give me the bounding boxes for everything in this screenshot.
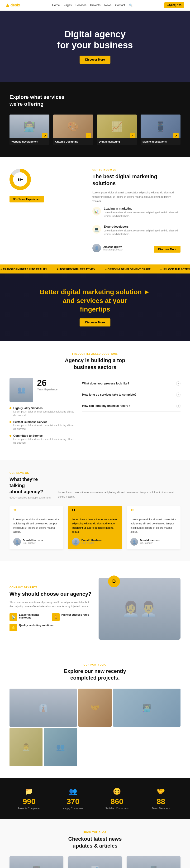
quote-mark-2: " — [72, 510, 118, 515]
testimonial-card-1: " Lorem ipsum dolor sit amet consectetur… — [9, 506, 63, 549]
nav-pages[interactable]: Pages — [64, 4, 72, 7]
ticker-bar: ✦ TRANSFORM IDEAS INTO REALITY ✦ INSPIRE… — [0, 265, 190, 274]
portfolio-item-1[interactable]: 👔 — [9, 689, 77, 726]
nav-phone[interactable]: +1(800) 123 — [164, 2, 184, 8]
portfolio-img-5: 👥 — [44, 728, 77, 766]
stat-item-4: 🤝 88 Team Members — [141, 787, 181, 810]
t-info-3: Donald Hardson Co-Founder — [140, 539, 160, 545]
exp-number: 26 — [37, 378, 58, 388]
stat-item-2: 👥 370 Happy Customers — [54, 787, 93, 810]
portfolio-img-4: 👨‍💼 — [9, 728, 42, 766]
banner-cta-button[interactable]: Discover More — [80, 318, 111, 327]
blog-grid: 👩‍💻 Tech Five ways that can develop your… — [9, 856, 181, 868]
service-icon-2: ↗ — [86, 133, 91, 138]
blog-card-2[interactable]: 📊 Design Five ways that can develop your… — [68, 856, 122, 868]
nav-news[interactable]: News — [104, 4, 112, 7]
stat-label-4: Team Members — [141, 807, 181, 810]
faq-question-3[interactable]: How can I find my financial record? + — [82, 404, 181, 408]
benefit-text-1: Leader in digital marketing — [19, 613, 49, 619]
hero-cta-button[interactable]: Discover More — [80, 56, 111, 64]
nav-links: Home Pages Services Projects News Contac… — [52, 4, 132, 7]
portfolio-item-4[interactable]: 👨‍💼 — [9, 728, 42, 766]
faq-toggle-1[interactable]: + — [176, 381, 181, 385]
why-benefits: 📡 Leader in digital marketing 🏆 Highest … — [9, 613, 91, 631]
t-avatar-1: 👤 — [13, 538, 21, 546]
benefit-item-2: 🏆 Highest success rates — [52, 613, 92, 621]
quote-mark-3: " — [130, 510, 177, 515]
agency-grid: 👥 26 Years Experience High Quality Servi… — [9, 378, 181, 448]
benefit-text-2: Highest success rates — [62, 613, 89, 616]
benefit-text-3: Quality marketing solutions — [19, 624, 54, 627]
brand-name: desix — [10, 3, 20, 7]
nav-search-icon[interactable]: 🔍 — [129, 4, 132, 7]
service-list-content-1: High Quality Services Lorem ipsum dolor … — [13, 407, 75, 417]
portfolio-item-5[interactable]: 👥 — [44, 728, 77, 766]
t-avatar-3: 👤 — [130, 538, 138, 546]
talking-header: OUR REVIEWS What they're talking about a… — [9, 472, 181, 499]
service-list-content-3: Committed to Service Lorem ipsum dolor s… — [13, 434, 75, 444]
nav-projects[interactable]: Projects — [90, 4, 100, 7]
service-list-item-1: High Quality Services Lorem ipsum dolor … — [9, 407, 75, 417]
agency-left: 👥 26 Years Experience High Quality Servi… — [9, 378, 75, 448]
nav-contact[interactable]: Contact — [115, 4, 125, 7]
stat-item-3: 😊 860 Satisfied Customers — [97, 787, 136, 810]
service-dot-2 — [9, 421, 11, 423]
portfolio-img-1: 👔 — [9, 689, 77, 726]
nav-services[interactable]: Services — [75, 4, 87, 7]
agency-exp: 👥 26 Years Experience — [9, 378, 75, 402]
service-card-4[interactable]: 📱 Mobile applications ↗ — [140, 115, 181, 145]
testimonials-section: OUR REVIEWS What they're talking about a… — [0, 460, 190, 561]
testimonial-text-2: Lorem ipsum dolor sit amet consectetur a… — [72, 518, 118, 534]
best-digital-section: 38+ 38+ Years Experience GET TO KNOW US … — [0, 157, 190, 265]
author-row: 👤 Aleasha Brown Marketing Director Disco… — [92, 244, 181, 253]
service-card-3[interactable]: 📈 Digital marketing ↗ — [97, 115, 137, 145]
brand-logo[interactable]: desix — [6, 3, 20, 7]
blog-label: FROM THE BLOG — [9, 831, 181, 834]
faq-question-2[interactable]: How long do services take to complete? + — [82, 393, 181, 397]
stat-icon-1: 📁 — [9, 787, 49, 795]
faq-item-3[interactable]: How can I find my financial record? + Th… — [82, 400, 181, 411]
feature-text-2: Expert developers Lorem ipsum dolor sit … — [104, 225, 181, 240]
faq-item-2[interactable]: How long do services take to complete? +… — [82, 389, 181, 400]
stat-label-1: Projects Completed — [9, 807, 49, 810]
portfolio-item-3[interactable]: 👩‍💻 — [113, 689, 181, 726]
service-label-3: Digital marketing — [97, 138, 137, 145]
stat-icon-2: 👥 — [54, 787, 93, 795]
author-info: Aleasha Brown Marketing Director — [103, 245, 123, 251]
feature-item-1: 📊 Leading in marketing Lorem ipsum dolor… — [92, 207, 181, 222]
faq-question-1[interactable]: What does your process look like? + — [82, 381, 181, 385]
service-list-content-2: Perfect Business Service Lorem ipsum dol… — [13, 420, 75, 431]
stat-label-2: Happy Customers — [54, 807, 93, 810]
stat-icon-3: 😊 — [97, 787, 136, 795]
portfolio-item-2[interactable]: 🤝 — [78, 689, 112, 726]
banner-title: Better digital marketing solution ► and … — [9, 288, 181, 314]
hero-title: Digital agency for your business — [57, 29, 133, 51]
service-list-item-3: Committed to Service Lorem ipsum dolor s… — [9, 434, 75, 444]
testimonial-author-2: 👤 Donald Hardson Co-Founder — [72, 538, 118, 546]
faq-toggle-2[interactable]: + — [176, 393, 181, 397]
testimonials-label: OUR REVIEWS — [9, 472, 51, 474]
service-card-2[interactable]: 🎨 Graphic Designing ↗ — [53, 115, 93, 145]
blog-img-2: 📊 — [68, 856, 122, 868]
agency-service-list: High Quality Services Lorem ipsum dolor … — [9, 407, 75, 444]
benefit-item-3: ⭐ Quality marketing solutions — [9, 624, 91, 631]
blog-card-3[interactable]: 🖥️ Marketing Five ways that can develop … — [127, 856, 181, 868]
feature-text-1: Leading in marketing Lorem ipsum dolor s… — [104, 207, 181, 222]
service-icon-1: ↗ — [42, 133, 48, 138]
service-dot-3 — [9, 435, 11, 437]
nav-home[interactable]: Home — [52, 4, 60, 7]
best-digital-left: 38+ 38+ Years Experience — [9, 169, 83, 203]
testimonial-text-3: Lorem ipsum dolor sit amet consectetur a… — [130, 518, 177, 534]
author-avatar: 👤 — [92, 244, 101, 252]
benefit-icon-2: 🏆 — [52, 613, 60, 621]
portfolio-section: OUR PORTFOLIO Explore our new recently c… — [0, 652, 190, 778]
testimonial-card-3: " Lorem ipsum dolor sit amet consectetur… — [127, 506, 181, 549]
service-card-1[interactable]: 👨‍💻 Website development ↗ — [9, 115, 50, 145]
testimonial-author-3: 👤 Donald Hardson Co-Founder — [130, 538, 177, 546]
feature-icon-2: 💻 — [92, 225, 101, 234]
faq-item-1[interactable]: What does your process look like? + Ther… — [82, 378, 181, 389]
faq-toggle-3[interactable]: + — [176, 404, 181, 408]
discover-btn[interactable]: Discover More — [154, 246, 181, 253]
blog-card-1[interactable]: 👩‍💻 Tech Five ways that can develop your… — [9, 856, 63, 868]
exp-img: 👥 — [9, 378, 33, 402]
